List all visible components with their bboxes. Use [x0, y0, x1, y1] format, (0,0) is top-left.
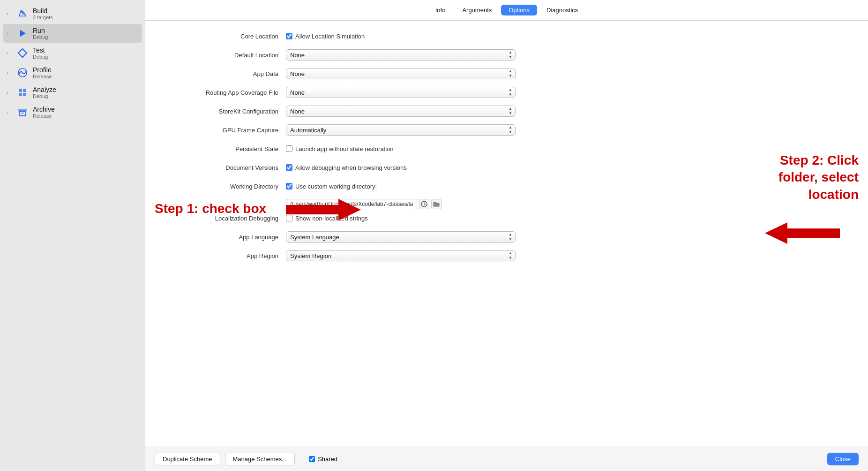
default-location-row: Default Location None ▲ ▼ [164, 49, 849, 61]
chevron-icon: › [7, 90, 12, 95]
app-language-value: System Language [290, 234, 339, 241]
app-language-select[interactable]: System Language ▲ ▼ [286, 231, 516, 243]
document-versions-checkbox-label: Allow debugging when browsing versions [295, 164, 407, 171]
default-location-select[interactable]: None ▲ ▼ [286, 49, 516, 61]
working-directory-checkbox[interactable] [286, 183, 292, 190]
stepper: ▲ ▼ [509, 251, 512, 260]
archive-icon [16, 106, 29, 119]
sidebar: › Build 2 targets › Run [0, 0, 145, 471]
persistent-state-checkbox-row: Launch app without state restoration [286, 145, 394, 152]
localization-debugging-checkbox-label: Show non-localized strings [295, 215, 368, 222]
localization-debugging-checkbox-row: Show non-localized strings [286, 215, 368, 222]
duplicate-scheme-button[interactable]: Duplicate Scheme [155, 453, 220, 465]
app-language-row: App Language System Language ▲ ▼ [164, 231, 849, 243]
working-directory-checkbox-label: Use custom working directory: [295, 183, 377, 190]
localization-debugging-row: Localization Debugging Show non-localize… [164, 212, 849, 224]
working-directory-label: Working Directory [164, 183, 286, 190]
analyze-icon [16, 86, 29, 99]
path-folder-button[interactable] [431, 199, 441, 209]
app-data-select[interactable]: None ▲ ▼ [286, 68, 516, 79]
stepper-down: ▼ [509, 92, 512, 97]
build-label: Build [33, 7, 53, 15]
routing-app-coverage-select[interactable]: None ▲ ▼ [286, 87, 516, 98]
run-sublabel: Debug [33, 34, 48, 40]
app-region-select[interactable]: System Region ▲ ▼ [286, 250, 516, 261]
tab-arguments[interactable]: Arguments [455, 5, 499, 15]
analyze-text: Analyze Debug [33, 86, 56, 99]
stepper-up: ▲ [509, 88, 512, 92]
allow-location-checkbox[interactable] [286, 33, 292, 39]
stepper-up: ▲ [509, 50, 512, 55]
test-text: Test Debug [33, 46, 48, 60]
stepper-up: ▲ [509, 106, 512, 111]
build-text: Build 2 targets [33, 7, 53, 20]
archive-label: Archive [33, 106, 55, 113]
stepper-up: ▲ [509, 125, 512, 130]
profile-text: Profile Release [33, 66, 52, 79]
sidebar-item-run[interactable]: › Run Debug [3, 24, 142, 43]
routing-app-coverage-label: Routing App Coverage File [164, 89, 286, 96]
profile-icon [16, 66, 29, 79]
chevron-icon: › [7, 11, 12, 16]
shared-checkbox-row: Shared [309, 456, 337, 463]
routing-app-coverage-value: None [290, 89, 305, 96]
sidebar-item-analyze[interactable]: › Analyze Debug [3, 83, 142, 102]
close-button[interactable]: Close [827, 453, 859, 465]
svg-rect-0 [19, 15, 26, 17]
app-data-value: None [290, 70, 305, 77]
stepper: ▲ ▼ [509, 88, 512, 97]
allow-location-label: Allow Location Simulation [295, 33, 365, 40]
stepper-down: ▼ [509, 111, 512, 116]
sidebar-item-profile[interactable]: › Profile Release [3, 63, 142, 82]
app-region-label: App Region [164, 252, 286, 259]
routing-app-coverage-row: Routing App Coverage File None ▲ ▼ [164, 86, 849, 99]
sidebar-item-archive[interactable]: › Archive Release [3, 103, 142, 122]
tab-diagnostics[interactable]: Diagnostics [539, 5, 585, 15]
stepper-down: ▼ [509, 55, 512, 60]
profile-sublabel: Release [33, 74, 52, 79]
working-directory-path: /Users/warthur/Documents/Xcode/lab7-clas… [286, 199, 417, 209]
tab-info[interactable]: Info [428, 5, 453, 15]
stepper-down: ▼ [509, 256, 512, 260]
routing-app-coverage-control: None ▲ ▼ [286, 87, 849, 98]
stepper: ▲ ▼ [509, 106, 512, 116]
chevron-icon: › [7, 50, 12, 56]
svg-marker-1 [20, 30, 26, 37]
shared-checkbox[interactable] [309, 456, 315, 462]
storekit-configuration-select[interactable]: None ▲ ▼ [286, 106, 516, 117]
archive-text: Archive Release [33, 106, 55, 119]
test-sublabel: Debug [33, 54, 48, 60]
stepper-down: ▼ [509, 74, 512, 78]
stepper: ▲ ▼ [509, 232, 512, 242]
svg-rect-7 [23, 93, 26, 96]
localization-debugging-checkbox[interactable] [286, 215, 292, 221]
app-region-control: System Region ▲ ▼ [286, 250, 849, 261]
persistent-state-checkbox-label: Launch app without state restoration [295, 145, 394, 152]
archive-sublabel: Release [33, 113, 55, 119]
document-versions-label: Document Versions [164, 164, 286, 171]
core-location-control: Allow Location Simulation [286, 33, 849, 40]
gpu-frame-capture-select[interactable]: Automatically ▲ ▼ [286, 124, 516, 136]
chevron-icon: › [7, 70, 12, 76]
run-text: Run Debug [33, 27, 48, 40]
settings-area: Core Location Allow Location Simulation … [145, 21, 868, 278]
document-versions-checkbox[interactable] [286, 164, 292, 171]
working-directory-path-row: /Users/warthur/Documents/Xcode/lab7-clas… [286, 199, 849, 209]
storekit-configuration-row: StoreKit Configuration None ▲ ▼ [164, 105, 849, 117]
gpu-frame-capture-row: GPU Frame Capture Automatically ▲ ▼ [164, 124, 849, 136]
persistent-state-checkbox[interactable] [286, 145, 292, 152]
bottom-bar: Duplicate Scheme Manage Schemes... Share… [145, 447, 868, 471]
path-navigate-button[interactable] [419, 199, 429, 209]
document-versions-row: Document Versions Allow debugging when b… [164, 161, 849, 174]
document-versions-checkbox-row: Allow debugging when browsing versions [286, 164, 407, 171]
main-content: Info Arguments Options Diagnostics Core … [145, 0, 868, 471]
sidebar-item-test[interactable]: › Test Debug [3, 44, 142, 62]
manage-schemes-button[interactable]: Manage Schemes... [225, 453, 295, 465]
test-icon [16, 46, 29, 60]
sidebar-item-build[interactable]: › Build 2 targets [3, 4, 142, 23]
tab-options[interactable]: Options [501, 5, 537, 15]
stepper-up: ▲ [509, 232, 512, 237]
localization-debugging-control: Show non-localized strings [286, 215, 849, 222]
allow-location-checkbox-row: Allow Location Simulation [286, 33, 365, 40]
build-sublabel: 2 targets [33, 15, 53, 20]
